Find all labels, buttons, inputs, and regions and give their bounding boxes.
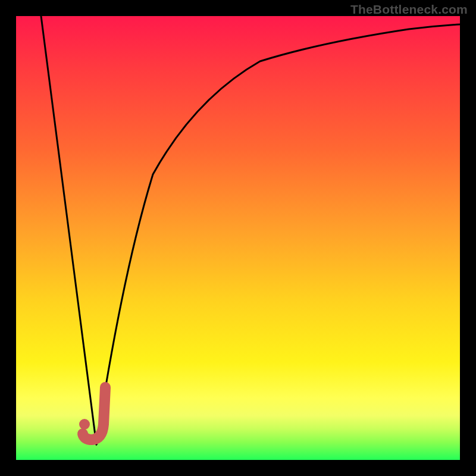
chart-frame: TheBottleneck.com xyxy=(0,0,476,476)
marker-dot xyxy=(79,419,90,430)
curve-layer xyxy=(16,16,460,460)
plot-area xyxy=(16,16,460,460)
watermark-text: TheBottleneck.com xyxy=(350,2,468,17)
bottleneck-curve-left xyxy=(41,16,96,444)
bottleneck-curve-right xyxy=(96,24,460,444)
